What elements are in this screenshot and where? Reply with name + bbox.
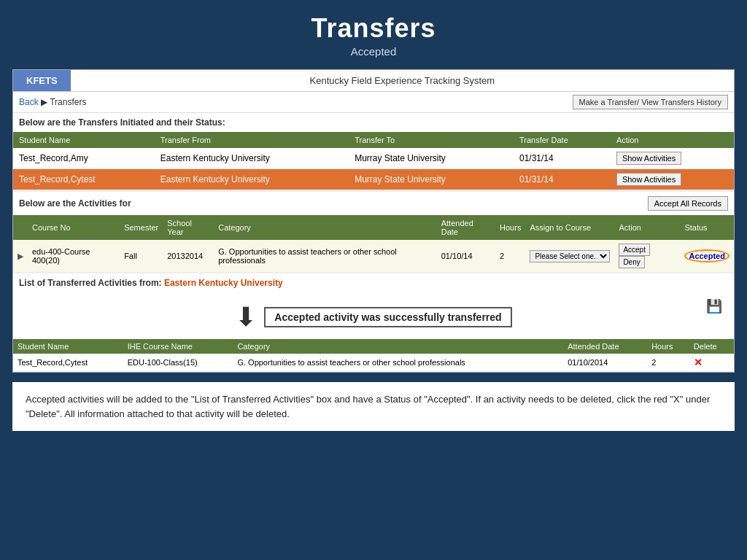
status-badge: Accepted xyxy=(684,249,729,262)
col-student-name: Student Name xyxy=(13,339,123,354)
attended-date: 01/10/2014 xyxy=(563,354,647,372)
ihe-name: Eastern Kentucky University xyxy=(164,278,283,288)
delete-cell: ✕ xyxy=(689,354,734,372)
action-cell: Show Activities xyxy=(611,148,734,169)
breadcrumb-bar: Back ▶ Transfers Make a Transfer/ View T… xyxy=(13,92,734,113)
category: G. Opportunities to assist teachers or o… xyxy=(214,240,437,272)
accept-all-button[interactable]: Accept All Records xyxy=(648,196,728,211)
kfets-tab: KFETS xyxy=(13,70,71,91)
hours: 2 xyxy=(495,240,525,272)
transferred-activities-table: Student Name IHE Course Name Category At… xyxy=(13,339,734,372)
col-hours: Hours xyxy=(495,215,525,240)
success-banner: ⬇ Accepted activity was successfully tra… xyxy=(13,292,734,339)
action-buttons-cell: Accept Deny xyxy=(614,240,680,272)
success-message: Accepted activity was successfully trans… xyxy=(264,307,511,327)
col-assign-to-course: Assign to Course xyxy=(525,215,614,240)
school-year: 20132014 xyxy=(163,240,214,272)
page-subtitle: Accepted xyxy=(0,45,747,58)
system-title: Kentucky Field Experience Tracking Syste… xyxy=(71,70,734,91)
activities-section-label: Below are the Activities for xyxy=(19,198,131,209)
col-action: Action xyxy=(611,132,734,148)
student-name: Test_Record,Amy xyxy=(13,148,155,169)
status-cell: Accepted xyxy=(680,240,734,272)
col-category: Category xyxy=(233,339,563,354)
transferred-label-text: List of Transferred Activities from: xyxy=(19,278,164,288)
col-ihe-course-name: IHE Course Name xyxy=(123,339,233,354)
transfer-from: Eastern Kentucky University xyxy=(155,148,349,169)
assign-course-select[interactable]: Please Select one. xyxy=(530,250,610,262)
transfer-to: Murray State University xyxy=(349,148,514,169)
col-delete: Delete xyxy=(689,339,734,354)
col-student-name: Student Name xyxy=(13,132,155,148)
transferred-label-bar: List of Transferred Activities from: Eas… xyxy=(13,272,734,292)
ihe-course-name: EDU-100-Class(15) xyxy=(123,354,233,372)
delete-button[interactable]: ✕ xyxy=(694,357,703,368)
student-name: Test_Record,Cytest xyxy=(13,354,123,372)
col-attended-date: Attended Date xyxy=(437,215,495,240)
col-course-no: Course No xyxy=(28,215,120,240)
col-transfer-date: Transfer Date xyxy=(514,132,611,148)
row-arrow: ▶ xyxy=(13,240,28,272)
make-transfer-button[interactable]: Make a Transfer/ View Transfers History xyxy=(573,95,728,109)
assign-to-course-cell: Please Select one. xyxy=(525,240,614,272)
page-header: Transfers Accepted xyxy=(0,0,747,62)
breadcrumb-current: Transfers xyxy=(50,97,86,107)
col-status: Status xyxy=(680,215,734,240)
activity-row: ▶ edu-400-Course 400(20) Fall 20132014 G… xyxy=(13,240,734,272)
top-bar: KFETS Kentucky Field Experience Tracking… xyxy=(13,70,734,92)
transfer-date: 01/31/14 xyxy=(514,169,611,190)
accept-button[interactable]: Accept xyxy=(619,244,650,256)
col-attended-date: Attended Date xyxy=(563,339,647,354)
show-activities-button[interactable]: Show Activities xyxy=(616,152,681,165)
col-semester: Semester xyxy=(120,215,163,240)
deny-button[interactable]: Deny xyxy=(619,256,644,268)
show-activities-button[interactable]: Show Activities xyxy=(616,173,681,186)
transferred-row: Test_Record,Cytest EDU-100-Class(15) G. … xyxy=(13,354,734,372)
description-text: Accepted activities will be added to the… xyxy=(12,380,735,431)
export-icon: 💾 xyxy=(706,298,722,314)
col-category: Category xyxy=(214,215,437,240)
activities-table: Course No Semester School Year Category … xyxy=(13,215,734,272)
activities-header-bar: Below are the Activities for Accept All … xyxy=(13,190,734,215)
transfer-to: Murray State University xyxy=(349,169,514,190)
action-cell: Show Activities xyxy=(611,169,734,190)
back-link[interactable]: Back xyxy=(19,97,39,107)
semester: Fall xyxy=(120,240,163,272)
col-school-year: School Year xyxy=(163,215,214,240)
transfer-date: 01/31/14 xyxy=(514,148,611,169)
hours: 2 xyxy=(647,354,689,372)
col-action: Action xyxy=(614,215,680,240)
col-hours: Hours xyxy=(647,339,689,354)
table-row: Test_Record,Cytest Eastern Kentucky Univ… xyxy=(13,169,734,190)
transfers-section-label: Below are the Transfers Initiated and th… xyxy=(13,113,734,132)
col-transfer-to: Transfer To xyxy=(349,132,514,148)
course-no: edu-400-Course 400(20) xyxy=(28,240,120,272)
page-title: Transfers xyxy=(0,13,747,44)
main-content-box: KFETS Kentucky Field Experience Tracking… xyxy=(12,69,735,373)
table-row: Test_Record,Amy Eastern Kentucky Univers… xyxy=(13,148,734,169)
category: G. Opportunities to assist teachers or o… xyxy=(233,354,563,372)
col-transfer-from: Transfer From xyxy=(155,132,349,148)
attended-date: 01/10/14 xyxy=(437,240,495,272)
breadcrumb: Back ▶ Transfers xyxy=(19,97,86,107)
transfers-table: Student Name Transfer From Transfer To T… xyxy=(13,132,734,190)
breadcrumb-separator: ▶ xyxy=(41,97,47,107)
student-name: Test_Record,Cytest xyxy=(13,169,155,190)
col-arrow xyxy=(13,215,28,240)
transfer-from: Eastern Kentucky University xyxy=(155,169,349,190)
